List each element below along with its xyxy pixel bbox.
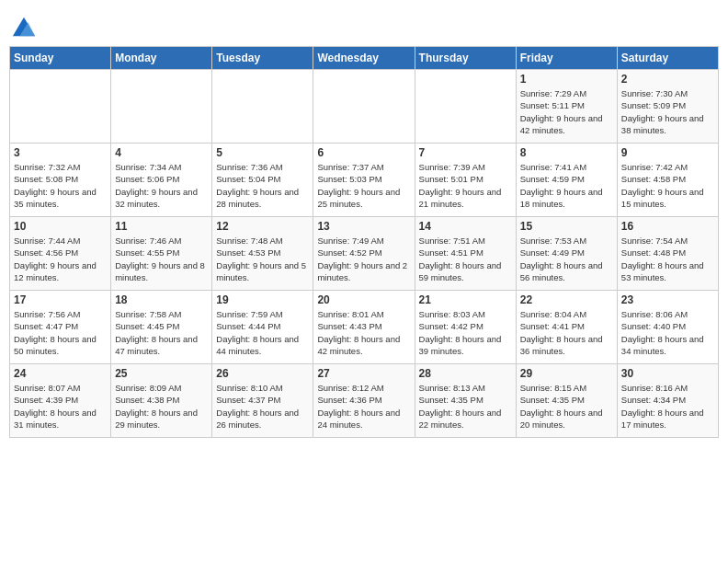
day-number: 9 <box>621 146 714 159</box>
day-cell <box>415 70 516 144</box>
day-number: 15 <box>520 220 613 233</box>
day-number: 1 <box>520 73 613 86</box>
day-info: Sunrise: 7:59 AM Sunset: 4:44 PM Dayligh… <box>216 308 309 357</box>
day-number: 16 <box>621 220 714 233</box>
day-cell: 5Sunrise: 7:36 AM Sunset: 5:04 PM Daylig… <box>212 144 313 217</box>
day-cell: 7Sunrise: 7:39 AM Sunset: 5:01 PM Daylig… <box>415 144 516 217</box>
day-info: Sunrise: 8:15 AM Sunset: 4:35 PM Dayligh… <box>520 382 613 431</box>
day-cell: 21Sunrise: 8:03 AM Sunset: 4:42 PM Dayli… <box>415 291 516 364</box>
week-row-4: 17Sunrise: 7:56 AM Sunset: 4:47 PM Dayli… <box>10 291 719 364</box>
day-number: 24 <box>14 367 107 380</box>
day-cell: 23Sunrise: 8:06 AM Sunset: 4:40 PM Dayli… <box>617 291 718 364</box>
day-info: Sunrise: 7:48 AM Sunset: 4:53 PM Dayligh… <box>216 235 309 283</box>
day-number: 22 <box>520 293 613 306</box>
day-number: 11 <box>115 220 208 233</box>
day-cell: 17Sunrise: 7:56 AM Sunset: 4:47 PM Dayli… <box>10 291 111 364</box>
day-cell <box>10 70 111 144</box>
logo-text <box>9 13 37 39</box>
day-info: Sunrise: 7:58 AM Sunset: 4:45 PM Dayligh… <box>115 308 208 357</box>
day-info: Sunrise: 8:07 AM Sunset: 4:39 PM Dayligh… <box>14 382 107 431</box>
logo <box>9 13 37 39</box>
day-info: Sunrise: 7:53 AM Sunset: 4:49 PM Dayligh… <box>520 235 613 283</box>
day-cell: 20Sunrise: 8:01 AM Sunset: 4:43 PM Dayli… <box>313 291 415 364</box>
day-cell: 30Sunrise: 8:16 AM Sunset: 4:34 PM Dayli… <box>617 364 718 438</box>
week-row-2: 3Sunrise: 7:32 AM Sunset: 5:08 PM Daylig… <box>10 144 719 217</box>
day-cell: 8Sunrise: 7:41 AM Sunset: 4:59 PM Daylig… <box>516 144 617 217</box>
day-number: 25 <box>115 367 208 380</box>
day-number: 30 <box>621 367 714 380</box>
day-cell <box>111 70 212 144</box>
day-number: 12 <box>216 220 309 233</box>
day-cell: 29Sunrise: 8:15 AM Sunset: 4:35 PM Dayli… <box>516 364 617 438</box>
header-row: SundayMondayTuesdayWednesdayThursdayFrid… <box>10 47 719 70</box>
day-number: 26 <box>216 367 309 380</box>
day-number: 18 <box>115 293 208 306</box>
day-info: Sunrise: 7:44 AM Sunset: 4:56 PM Dayligh… <box>14 235 107 283</box>
day-cell: 4Sunrise: 7:34 AM Sunset: 5:06 PM Daylig… <box>111 144 212 217</box>
day-cell: 19Sunrise: 7:59 AM Sunset: 4:44 PM Dayli… <box>212 291 313 364</box>
day-number: 17 <box>14 293 107 306</box>
header-saturday: Saturday <box>617 47 718 70</box>
day-cell: 6Sunrise: 7:37 AM Sunset: 5:03 PM Daylig… <box>313 144 415 217</box>
day-cell: 11Sunrise: 7:46 AM Sunset: 4:55 PM Dayli… <box>111 217 212 291</box>
day-number: 23 <box>621 293 714 306</box>
day-cell <box>313 70 415 144</box>
day-info: Sunrise: 8:12 AM Sunset: 4:36 PM Dayligh… <box>317 382 410 431</box>
day-info: Sunrise: 8:09 AM Sunset: 4:38 PM Dayligh… <box>115 382 208 431</box>
day-info: Sunrise: 8:13 AM Sunset: 4:35 PM Dayligh… <box>419 382 512 431</box>
day-info: Sunrise: 7:34 AM Sunset: 5:06 PM Dayligh… <box>115 161 208 210</box>
day-number: 6 <box>317 146 410 159</box>
day-cell: 2Sunrise: 7:30 AM Sunset: 5:09 PM Daylig… <box>617 70 718 144</box>
day-cell: 26Sunrise: 8:10 AM Sunset: 4:37 PM Dayli… <box>212 364 313 438</box>
day-info: Sunrise: 7:30 AM Sunset: 5:09 PM Dayligh… <box>621 87 714 136</box>
day-number: 2 <box>621 73 714 86</box>
day-info: Sunrise: 7:29 AM Sunset: 5:11 PM Dayligh… <box>520 87 613 136</box>
day-cell: 25Sunrise: 8:09 AM Sunset: 4:38 PM Dayli… <box>111 364 212 438</box>
day-info: Sunrise: 8:03 AM Sunset: 4:42 PM Dayligh… <box>419 308 512 357</box>
day-cell: 12Sunrise: 7:48 AM Sunset: 4:53 PM Dayli… <box>212 217 313 291</box>
header-thursday: Thursday <box>415 47 516 70</box>
day-info: Sunrise: 7:54 AM Sunset: 4:48 PM Dayligh… <box>621 235 714 283</box>
day-number: 13 <box>317 220 410 233</box>
day-info: Sunrise: 8:01 AM Sunset: 4:43 PM Dayligh… <box>317 308 410 357</box>
day-info: Sunrise: 8:16 AM Sunset: 4:34 PM Dayligh… <box>621 382 714 431</box>
day-number: 8 <box>520 146 613 159</box>
page-header <box>9 9 719 39</box>
day-info: Sunrise: 7:36 AM Sunset: 5:04 PM Dayligh… <box>216 161 309 210</box>
day-cell: 27Sunrise: 8:12 AM Sunset: 4:36 PM Dayli… <box>313 364 415 438</box>
day-number: 4 <box>115 146 208 159</box>
day-info: Sunrise: 7:41 AM Sunset: 4:59 PM Dayligh… <box>520 161 613 210</box>
day-number: 21 <box>419 293 512 306</box>
calendar-header: SundayMondayTuesdayWednesdayThursdayFrid… <box>10 47 719 70</box>
week-row-3: 10Sunrise: 7:44 AM Sunset: 4:56 PM Dayli… <box>10 217 719 291</box>
calendar-table: SundayMondayTuesdayWednesdayThursdayFrid… <box>9 46 719 438</box>
day-cell: 24Sunrise: 8:07 AM Sunset: 4:39 PM Dayli… <box>10 364 111 438</box>
day-info: Sunrise: 8:04 AM Sunset: 4:41 PM Dayligh… <box>520 308 613 357</box>
day-cell: 3Sunrise: 7:32 AM Sunset: 5:08 PM Daylig… <box>10 144 111 217</box>
day-number: 10 <box>14 220 107 233</box>
day-cell: 1Sunrise: 7:29 AM Sunset: 5:11 PM Daylig… <box>516 70 617 144</box>
header-sunday: Sunday <box>10 47 111 70</box>
day-cell: 28Sunrise: 8:13 AM Sunset: 4:35 PM Dayli… <box>415 364 516 438</box>
header-monday: Monday <box>111 47 212 70</box>
day-cell: 13Sunrise: 7:49 AM Sunset: 4:52 PM Dayli… <box>313 217 415 291</box>
day-number: 5 <box>216 146 309 159</box>
day-info: Sunrise: 7:46 AM Sunset: 4:55 PM Dayligh… <box>115 235 208 283</box>
day-info: Sunrise: 7:37 AM Sunset: 5:03 PM Dayligh… <box>317 161 410 210</box>
day-info: Sunrise: 7:56 AM Sunset: 4:47 PM Dayligh… <box>14 308 107 357</box>
day-number: 28 <box>419 367 512 380</box>
day-info: Sunrise: 7:51 AM Sunset: 4:51 PM Dayligh… <box>419 235 512 283</box>
day-cell: 15Sunrise: 7:53 AM Sunset: 4:49 PM Dayli… <box>516 217 617 291</box>
day-info: Sunrise: 7:42 AM Sunset: 4:58 PM Dayligh… <box>621 161 714 210</box>
day-number: 14 <box>419 220 512 233</box>
day-number: 3 <box>14 146 107 159</box>
day-cell: 14Sunrise: 7:51 AM Sunset: 4:51 PM Dayli… <box>415 217 516 291</box>
day-info: Sunrise: 7:32 AM Sunset: 5:08 PM Dayligh… <box>14 161 107 210</box>
day-info: Sunrise: 7:39 AM Sunset: 5:01 PM Dayligh… <box>419 161 512 210</box>
day-number: 20 <box>317 293 410 306</box>
day-cell <box>212 70 313 144</box>
day-cell: 22Sunrise: 8:04 AM Sunset: 4:41 PM Dayli… <box>516 291 617 364</box>
day-number: 27 <box>317 367 410 380</box>
day-cell: 16Sunrise: 7:54 AM Sunset: 4:48 PM Dayli… <box>617 217 718 291</box>
day-info: Sunrise: 7:49 AM Sunset: 4:52 PM Dayligh… <box>317 235 410 283</box>
